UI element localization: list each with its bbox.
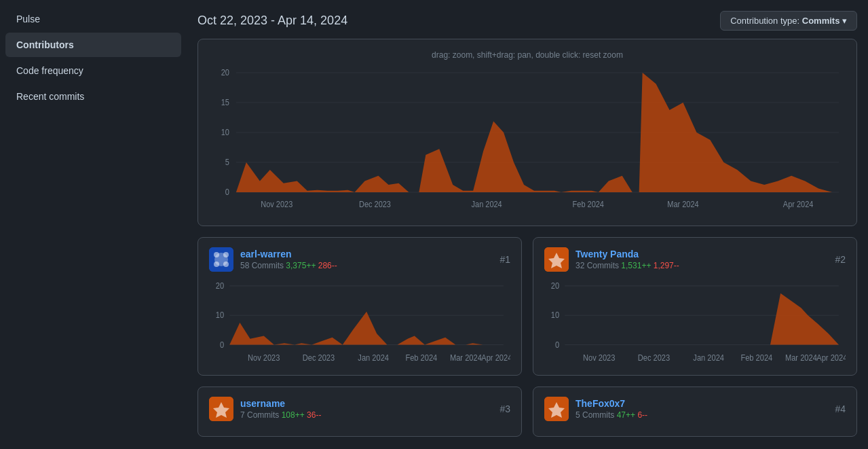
avatar-1 [209,247,233,272]
commits-3: 7 Commits [240,410,279,420]
contributor-text-1: earl-warren 58 Commits 3,375++ 286-- [240,249,337,270]
contributor-header-3: username 7 Commits 108++ 36-- #3 [209,397,510,421]
svg-text:Dec 2023: Dec 2023 [303,354,335,362]
svg-text:10: 10 [551,311,559,319]
rank-4: #4 [835,403,846,414]
svg-point-22 [223,262,229,267]
commit-info-1: 58 Commits 3,375++ 286-- [240,261,337,270]
sidebar: Pulse Contributors Code frequency Recent… [0,0,187,449]
svg-text:Dec 2023: Dec 2023 [359,200,391,209]
deletions-4: 6-- [637,410,647,420]
svg-text:Apr 2024: Apr 2024 [783,200,814,209]
contributor-name-2[interactable]: Twenty Panda [575,249,679,259]
svg-text:Feb 2024: Feb 2024 [573,200,605,209]
svg-text:Feb 2024: Feb 2024 [740,354,772,362]
contributor-info-3: username 7 Commits 108++ 36-- [209,397,321,421]
rank-1: #1 [499,254,510,265]
svg-text:20: 20 [551,282,559,290]
chart-hint: drag: zoom, shift+drag: pan, double clic… [209,50,846,60]
contributor-info-2: Twenty Panda 32 Commits 1,531++ 1,297-- [544,247,679,272]
sidebar-item-pulse[interactable]: Pulse [5,7,181,31]
svg-marker-29 [229,312,504,345]
contributor-header-4: TheFox0x7 5 Commits 47++ 6-- #4 [544,397,846,421]
commits-1: 58 Commits [240,261,284,270]
contribution-type: Commits [802,16,840,26]
mini-chart-area-2[interactable]: 20 10 0 Nov 2023 Dec 2023 Jan 2024 Feb 2… [544,279,846,367]
contributor-info-1: earl-warren 58 Commits 3,375++ 286-- [209,247,337,272]
additions-3: 108++ [282,410,305,420]
svg-text:15: 15 [221,98,229,107]
contributor-info-4: TheFox0x7 5 Commits 47++ 6-- [544,397,647,421]
mini-chart-area-1[interactable]: 20 10 0 Nov 2023 Dec 2023 Jan 2024 Feb 2… [209,279,510,367]
svg-text:Mar 2024: Mar 2024 [450,354,482,362]
sidebar-item-recent-commits[interactable]: Recent commits [5,84,181,109]
commit-info-3: 7 Commits 108++ 36-- [240,410,321,420]
svg-text:20: 20 [221,69,229,77]
contributor-name-3[interactable]: username [240,398,321,409]
contributor-card-1: earl-warren 58 Commits 3,375++ 286-- #1 [197,237,522,376]
svg-text:5: 5 [225,158,229,167]
svg-point-19 [214,252,219,257]
contributor-card-2: Twenty Panda 32 Commits 1,531++ 1,297-- … [533,237,857,376]
main-chart-area[interactable]: 20 15 10 5 0 Nov 2023 Dec 2023 Jan 2024 … [209,65,846,215]
svg-text:Mar 2024: Mar 2024 [785,354,817,362]
deletions-2: 1,297-- [654,261,679,270]
svg-text:Jan 2024: Jan 2024 [693,354,724,362]
contributor-card-3: username 7 Commits 108++ 36-- #3 [197,387,522,437]
svg-text:Dec 2023: Dec 2023 [638,354,670,362]
svg-text:Nov 2023: Nov 2023 [248,354,280,362]
contributor-text-4: TheFox0x7 5 Commits 47++ 6-- [575,398,647,420]
contributor-header-2: Twenty Panda 32 Commits 1,531++ 1,297-- … [544,247,846,272]
svg-text:Apr 2024: Apr 2024 [816,354,846,362]
svg-text:Jan 2024: Jan 2024 [472,200,503,209]
additions-2: 1,531++ [621,261,651,270]
main-content: Oct 22, 2023 - Apr 14, 2024 Contribution… [187,0,868,449]
svg-text:Apr 2024: Apr 2024 [481,354,510,362]
additions-4: 47++ [617,410,635,420]
svg-text:0: 0 [225,188,229,197]
main-chart-svg: 20 15 10 5 0 Nov 2023 Dec 2023 Jan 2024 … [209,65,846,215]
contributor-text-3: username 7 Commits 108++ 36-- [240,398,321,420]
commit-info-4: 5 Commits 47++ 6-- [575,410,647,420]
header-row: Oct 22, 2023 - Apr 14, 2024 Contribution… [197,0,857,39]
svg-text:Nov 2023: Nov 2023 [583,354,615,362]
contributor-card-4: TheFox0x7 5 Commits 47++ 6-- #4 [533,387,857,437]
svg-marker-43 [565,293,839,345]
contribution-type-button[interactable]: Contribution type: Commits ▾ [720,11,857,31]
svg-text:0: 0 [220,340,224,348]
contributor-header-1: earl-warren 58 Commits 3,375++ 286-- #1 [209,247,510,272]
commits-2: 32 Commits [575,261,619,270]
contributor-grid: earl-warren 58 Commits 3,375++ 286-- #1 [197,237,857,437]
main-chart-card: drag: zoom, shift+drag: pan, double clic… [197,39,857,226]
contributor-text-2: Twenty Panda 32 Commits 1,531++ 1,297-- [575,249,679,270]
contributor-name-1[interactable]: earl-warren [240,249,337,259]
svg-text:0: 0 [555,340,559,348]
svg-point-20 [223,252,229,257]
rank-3: #3 [499,403,510,414]
mini-chart-svg-1: 20 10 0 Nov 2023 Dec 2023 Jan 2024 Feb 2… [209,279,510,367]
svg-text:10: 10 [221,128,229,137]
sidebar-item-code-frequency[interactable]: Code frequency [5,58,181,83]
mini-chart-svg-2: 20 10 0 Nov 2023 Dec 2023 Jan 2024 Feb 2… [544,279,846,367]
svg-text:Mar 2024: Mar 2024 [667,200,699,209]
deletions-1: 286-- [318,261,337,270]
contributor-name-4[interactable]: TheFox0x7 [575,398,647,409]
rank-2: #2 [835,254,846,265]
sidebar-item-contributors[interactable]: Contributors [5,33,181,57]
date-range: Oct 22, 2023 - Apr 14, 2024 [197,14,347,28]
svg-point-21 [214,262,219,267]
avatar-3 [209,397,233,421]
additions-1: 3,375++ [286,261,316,270]
commit-info-2: 32 Commits 1,531++ 1,297-- [575,261,679,270]
svg-text:Nov 2023: Nov 2023 [261,200,293,209]
avatar-2 [544,247,569,272]
svg-text:20: 20 [216,282,224,290]
avatar-4 [544,397,569,421]
svg-text:10: 10 [216,311,224,319]
commits-4: 5 Commits [575,410,614,420]
svg-text:Jan 2024: Jan 2024 [358,354,389,362]
deletions-3: 36-- [307,410,321,420]
svg-text:Feb 2024: Feb 2024 [405,354,437,362]
contribution-label: Contribution type: [730,16,802,26]
